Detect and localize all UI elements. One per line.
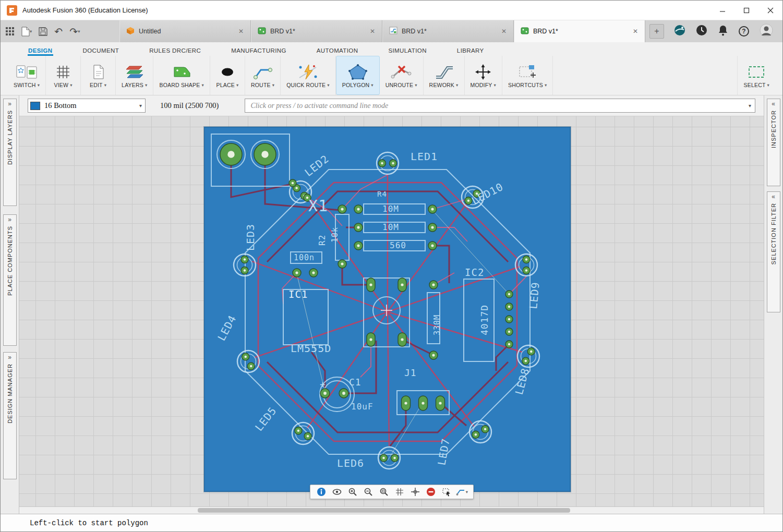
visibility-eye-button[interactable]	[330, 486, 344, 498]
close-tab-icon[interactable]: ✕	[367, 27, 378, 35]
menu-document[interactable]: DOCUMENT	[82, 45, 120, 56]
user-avatar[interactable]	[760, 23, 773, 39]
notifications-bell-icon[interactable]	[718, 25, 728, 38]
layers-icon	[123, 62, 146, 82]
new-tab-button[interactable]: +	[649, 24, 664, 39]
tab-label: BRD v1*	[402, 28, 499, 35]
shortcuts-button[interactable]: SHORTCUTS▾	[502, 56, 553, 95]
rework-button[interactable]: REWORK▾	[424, 56, 465, 95]
expand-panel-icon[interactable]: »	[8, 354, 11, 361]
close-button[interactable]	[758, 1, 782, 20]
menu-design[interactable]: DESIGN	[28, 45, 53, 56]
caret-down-icon: ▾	[272, 82, 274, 88]
schematic-icon	[389, 27, 397, 36]
zoom-in-button[interactable]	[346, 486, 359, 498]
selection-mode-button[interactable]	[440, 486, 453, 498]
board-label: IC2	[465, 267, 484, 278]
route-button[interactable]: ROUTE▾	[245, 56, 281, 95]
window-title: Autodesk Fusion 360 (Education License)	[22, 6, 148, 14]
pcb-board[interactable]: LED1LED2LED3LED4LED5LED6LED7LED8LED9LED1…	[204, 127, 571, 492]
route-icon	[251, 62, 274, 82]
caret-down-icon: ▾	[38, 82, 40, 88]
edit-button[interactable]: EDIT▾	[81, 56, 116, 95]
caret-down-icon: ▾	[104, 82, 106, 88]
caret-down-icon: ▾	[494, 82, 496, 88]
info-button[interactable]	[315, 486, 328, 498]
switch-button[interactable]: SWITCH▾	[8, 56, 46, 95]
unroute-button[interactable]: UNROUTE▾	[380, 56, 424, 95]
board-label: R2	[317, 235, 327, 246]
view-grid-icon	[52, 62, 75, 82]
modify-button[interactable]: MODIFY▾	[465, 56, 503, 95]
grid-settings-button[interactable]	[393, 486, 406, 498]
save-icon[interactable]	[39, 27, 47, 36]
sync-globe-icon[interactable]	[674, 25, 685, 38]
panel-label: DISPLAY LAYERS	[7, 110, 13, 165]
menu-rules-drc-erc[interactable]: RULES DRC/ERC	[149, 45, 201, 56]
panel-inspector[interactable]: « INSPECTOR	[767, 99, 780, 186]
expand-panel-icon[interactable]: «	[772, 101, 775, 107]
horizontal-scrollbar-thumb[interactable]	[198, 508, 570, 513]
redo-icon[interactable]: ↷▾	[69, 27, 80, 37]
quick-route-button[interactable]: QUICK ROUTE▾	[281, 56, 336, 95]
board-label: LED1	[411, 150, 438, 163]
minimize-button[interactable]	[710, 1, 734, 20]
app-grid-icon[interactable]	[6, 27, 15, 36]
undo-icon[interactable]: ↶	[54, 27, 63, 37]
expand-panel-icon[interactable]: «	[772, 194, 775, 200]
select-button[interactable]: SELECT▾	[737, 56, 775, 95]
board-icon	[258, 27, 266, 36]
caret-down-icon: ▾	[78, 29, 80, 34]
zoom-out-button[interactable]	[362, 486, 375, 498]
expand-panel-icon[interactable]: »	[8, 101, 11, 107]
close-tab-icon[interactable]: ✕	[630, 27, 641, 35]
menu-manufacturing[interactable]: MANUFACTURING	[231, 45, 287, 56]
pcb-canvas[interactable]: LED1LED2LED3LED4LED5LED6LED7LED8LED9LED1…	[19, 116, 764, 506]
origin-crosshair-button[interactable]	[408, 486, 422, 498]
command-line[interactable]: ▾	[245, 99, 755, 113]
board-label: C1	[349, 377, 362, 388]
layer-select[interactable]: 16 Bottom ▾	[28, 99, 146, 113]
board-label: R4	[377, 190, 387, 198]
panel-selection-filter[interactable]: « SELECTION FILTER	[767, 191, 780, 312]
menu-library[interactable]: LIBRARY	[456, 45, 485, 56]
caret-down-icon: ▾	[545, 82, 547, 88]
panel-label: PLACE COMPONENTS	[7, 226, 13, 296]
layers-button[interactable]: LAYERS▾	[116, 56, 153, 95]
expand-panel-icon[interactable]: »	[8, 216, 11, 223]
tab-untitled[interactable]: Untitled ✕	[119, 20, 251, 42]
board-label: LED5	[252, 404, 279, 433]
horizontal-scrollbar[interactable]	[19, 506, 764, 514]
panel-label: SELECTION FILTER	[770, 203, 777, 264]
caret-down-icon: ▾	[767, 82, 769, 88]
caret-down-icon: ▾	[139, 103, 142, 108]
tab-brd-2[interactable]: BRD v1* ✕	[382, 20, 514, 42]
polygon-button[interactable]: POLYGON▾	[336, 56, 380, 95]
stop-command-button[interactable]	[424, 486, 438, 498]
title-bar: Autodesk Fusion 360 (Education License)	[1, 1, 782, 20]
view-button[interactable]: VIEW▾	[46, 56, 81, 95]
tab-brd-3-active[interactable]: BRD v1* ✕	[514, 20, 645, 42]
tab-brd-1[interactable]: BRD v1* ✕	[251, 20, 382, 42]
close-tab-icon[interactable]: ✕	[499, 27, 509, 35]
status-bar: Left-click to start polygon	[1, 514, 782, 531]
board-shape-button[interactable]: BOARD SHAPE▾	[153, 56, 210, 95]
menu-simulation[interactable]: SIMULATION	[388, 45, 427, 56]
job-status-clock-icon[interactable]	[696, 25, 707, 38]
place-button[interactable]: PLACE▾	[210, 56, 245, 95]
zoom-fit-button[interactable]	[377, 486, 391, 498]
maximize-button[interactable]	[734, 1, 758, 20]
help-icon[interactable]: ?	[739, 26, 749, 37]
panel-place-components[interactable]: » PLACE COMPONENTS	[3, 214, 17, 346]
route-display-button[interactable]: ▾	[455, 486, 469, 498]
file-menu-icon[interactable]: ▾	[21, 27, 32, 37]
panel-display-layers[interactable]: » DISPLAY LAYERS	[3, 99, 17, 206]
menu-automation[interactable]: AUTOMATION	[316, 45, 359, 56]
close-tab-icon[interactable]: ✕	[236, 27, 246, 35]
command-line-input[interactable]	[245, 99, 755, 113]
board-label: 10M	[382, 222, 399, 232]
caret-down-icon: ▾	[456, 82, 458, 88]
polygon-icon	[346, 62, 369, 82]
board-label: 10k	[330, 227, 340, 243]
panel-design-manager[interactable]: » DESIGN MANAGER	[3, 352, 17, 479]
